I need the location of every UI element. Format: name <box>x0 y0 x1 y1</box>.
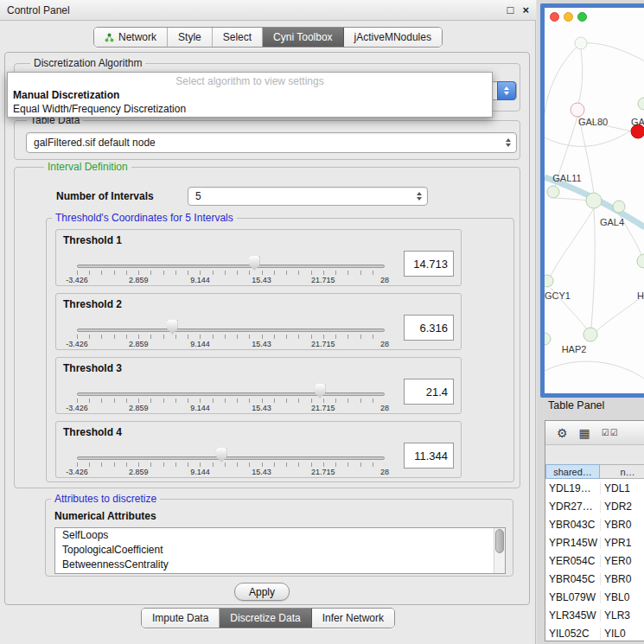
zoom-window-icon[interactable] <box>577 12 587 22</box>
network-node-gal80[interactable] <box>571 103 584 117</box>
tab-jactivemnodules[interactable]: jActiveMNodules <box>344 28 442 47</box>
table-row[interactable]: YIL052C YIL0 <box>545 624 644 641</box>
slider-track[interactable] <box>77 265 385 268</box>
cell-name[interactable]: YBR0 <box>600 519 644 531</box>
column-header-shared-name[interactable]: shared… <box>545 464 600 479</box>
cell-shared-name[interactable]: YBR043C <box>545 519 600 531</box>
number-of-intervals-select[interactable]: 5 <box>188 187 428 206</box>
network-node[interactable] <box>613 201 625 213</box>
top-tab-group: Network Style Select Cyni Toolbox jActiv… <box>93 27 443 48</box>
threshold-value-input[interactable]: 6.316 <box>404 315 454 341</box>
float-window-icon[interactable]: □ <box>507 3 514 16</box>
screenshot-root: Control Panel □ × Network Style Select <box>0 0 644 644</box>
threshold-slider[interactable]: -3.426 2.859 9.144 15.43 21.715 28 <box>77 422 385 479</box>
table-row[interactable]: YPR145W YPR1 <box>545 533 644 552</box>
slider-thumb[interactable] <box>216 448 227 462</box>
minimize-window-icon[interactable] <box>564 12 573 22</box>
gear-icon[interactable]: ⚙ <box>557 427 568 439</box>
network-node[interactable] <box>637 254 644 268</box>
threshold-value-input[interactable]: 11.344 <box>404 443 454 469</box>
threshold-slider[interactable]: -3.426 2.859 9.144 15.43 21.715 28 <box>77 294 385 351</box>
cell-name[interactable]: YIL0 <box>600 628 644 640</box>
slider-thumb[interactable] <box>315 384 326 399</box>
scale-label: 2.859 <box>129 276 149 284</box>
threshold-value-input[interactable]: 14.713 <box>404 251 454 277</box>
network-canvas[interactable]: GAL80 GA GAL11 GAL4 GCY1 H HAP2 <box>545 8 644 393</box>
table-row[interactable]: YDR27… YDR2 <box>545 497 644 515</box>
threshold-slider[interactable]: -3.426 2.859 9.144 15.43 21.715 28 <box>77 358 385 415</box>
tab-network[interactable]: Network <box>94 28 168 47</box>
cell-shared-name[interactable]: YBR045C <box>545 573 600 585</box>
table-row[interactable]: YER054C YER0 <box>545 552 644 570</box>
dropdown-option-equal-width-frequency[interactable]: Equal Width/Frequency Discretization <box>8 102 492 116</box>
close-window-icon[interactable] <box>550 12 559 22</box>
cell-shared-name[interactable]: YLR345W <box>545 609 600 622</box>
tab-discretize-data[interactable]: Discretize Data <box>220 609 311 628</box>
thresholds-group-title: Threshold's Coordinates for 5 Intervals <box>52 212 237 224</box>
column-header-name[interactable]: n… <box>600 464 644 479</box>
cell-name[interactable]: YPR1 <box>600 537 644 549</box>
network-node[interactable] <box>575 37 587 49</box>
cell-name[interactable]: YBR0 <box>600 573 644 585</box>
cell-shared-name[interactable]: YER054C <box>545 555 600 567</box>
slider-track[interactable] <box>77 456 385 460</box>
network-node[interactable] <box>638 98 644 110</box>
scale-label: -3.426 <box>66 340 88 348</box>
cell-shared-name[interactable]: YDR27… <box>545 501 600 513</box>
bottom-tab-group: Impute Data Discretize Data Infer Networ… <box>141 608 395 628</box>
tab-infer-network[interactable]: Infer Network <box>312 609 394 628</box>
network-node-gal11[interactable] <box>547 186 559 198</box>
scale-label: 28 <box>380 468 389 476</box>
list-item[interactable]: SelfLoops <box>55 528 505 543</box>
cell-name[interactable]: YER0 <box>600 555 644 567</box>
combo-arrows-icon <box>416 191 423 201</box>
table-row[interactable]: YDL19… YDL1 <box>545 479 644 497</box>
cell-name[interactable]: YLR3 <box>600 609 644 622</box>
table-columns-icon[interactable]: ▦ <box>579 427 590 439</box>
slider-thumb[interactable] <box>249 256 260 271</box>
table-row[interactable]: YLR345W YLR3 <box>545 606 644 624</box>
numerical-attributes-list[interactable]: SelfLoops TopologicalCoefficient Between… <box>54 527 506 574</box>
network-view-window[interactable]: GAL80 GA GAL11 GAL4 GCY1 H HAP2 <box>540 3 644 398</box>
slider-thumb[interactable] <box>167 320 178 335</box>
list-item[interactable]: TopologicalCoefficient <box>55 543 505 558</box>
table-data-select[interactable]: galFiltered.sif default node <box>26 132 517 153</box>
threshold-value-input[interactable]: 21.4 <box>404 379 454 405</box>
tab-label: Select <box>223 31 252 43</box>
table-data-group: Table Data galFiltered.sif default node <box>14 120 520 160</box>
network-node-gcy1[interactable] <box>545 275 553 287</box>
cell-shared-name[interactable]: YIL052C <box>545 628 600 640</box>
tab-style[interactable]: Style <box>168 28 213 47</box>
list-scrollbar[interactable] <box>494 528 505 573</box>
table-row[interactable]: YBR043C YBR0 <box>545 515 644 533</box>
cell-shared-name[interactable]: YDL19… <box>545 482 600 494</box>
dropdown-placeholder: Select algorithm to view settings <box>8 74 492 88</box>
cell-name[interactable]: YDR2 <box>600 501 644 513</box>
slider-scale: -3.426 2.859 9.144 15.43 21.715 28 <box>77 404 385 413</box>
tab-cyni-toolbox[interactable]: Cyni Toolbox <box>263 28 343 47</box>
cell-shared-name[interactable]: YPR145W <box>545 537 600 549</box>
cell-name[interactable]: YBL0 <box>600 591 644 603</box>
top-tab-row: Network Style Select Cyni Toolbox jActiv… <box>0 27 536 48</box>
table-row[interactable]: YBR045C YBR0 <box>545 570 644 588</box>
table-row[interactable]: YBL079W YBL0 <box>545 588 644 606</box>
network-node-hap2[interactable] <box>583 328 597 341</box>
cell-name[interactable]: YDL1 <box>600 482 644 494</box>
close-icon[interactable]: × <box>522 3 529 16</box>
checkbox-filter-icons[interactable]: ☑☑ <box>602 429 619 437</box>
network-node-gal4[interactable] <box>586 193 602 208</box>
tab-select[interactable]: Select <box>213 28 263 47</box>
threshold-slider[interactable]: -3.426 2.859 9.144 15.43 21.715 28 <box>77 230 385 287</box>
scrollbar-thumb[interactable] <box>495 529 504 553</box>
scale-label: 21.715 <box>311 468 335 476</box>
slider-track[interactable] <box>77 392 385 396</box>
cell-shared-name[interactable]: YBL079W <box>545 591 600 603</box>
tab-impute-data[interactable]: Impute Data <box>142 609 220 628</box>
network-node[interactable] <box>545 333 551 345</box>
list-item[interactable]: BetweennessCentrality <box>55 558 505 572</box>
scale-label: 2.859 <box>129 340 149 348</box>
combo-button[interactable] <box>497 81 516 100</box>
dropdown-option-manual-discretization[interactable]: Manual Discretization <box>8 88 492 102</box>
slider-track[interactable] <box>77 328 385 332</box>
apply-button[interactable]: Apply <box>234 583 290 601</box>
